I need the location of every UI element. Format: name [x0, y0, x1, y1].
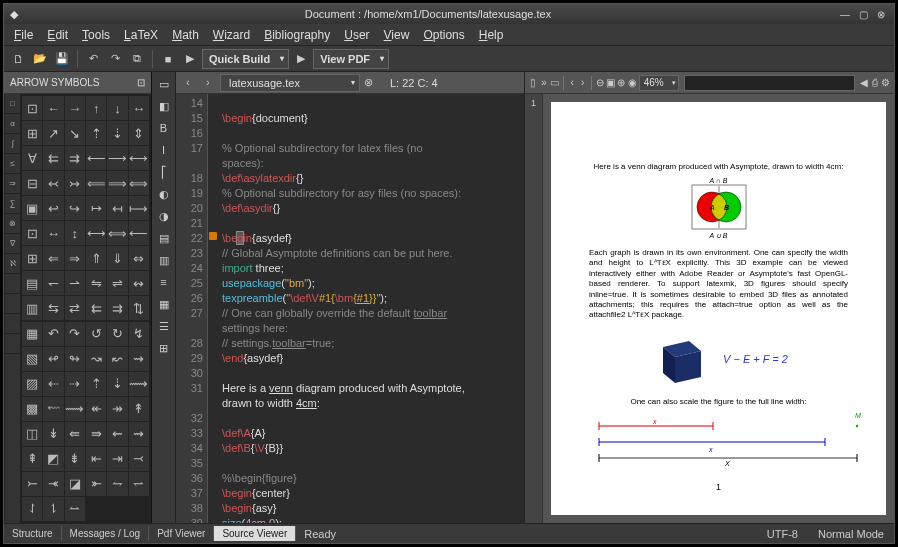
status-tab-structure[interactable]: Structure: [4, 526, 62, 541]
symbol-cell[interactable]: ⇌: [107, 271, 127, 295]
vtool-5[interactable]: ◐: [154, 184, 174, 204]
symbol-cell[interactable]: ↺: [86, 322, 106, 346]
vtool-3[interactable]: I: [154, 140, 174, 160]
symbol-cell[interactable]: ▦: [22, 322, 42, 346]
symbol-cell[interactable]: ⥋: [129, 472, 149, 496]
zoom-out-icon[interactable]: ⊖: [595, 74, 604, 92]
symbol-cell[interactable]: ↗: [43, 121, 63, 145]
symbol-tab-6[interactable]: ⊗: [5, 214, 20, 234]
symbol-cell[interactable]: ⇀: [65, 271, 85, 295]
symbol-cell[interactable]: ⇇: [43, 146, 63, 170]
symbol-cell[interactable]: ⟺: [107, 221, 127, 245]
symbol-cell[interactable]: ⇛: [86, 422, 106, 446]
symbol-cell[interactable]: ⇇: [86, 296, 106, 320]
symbol-cell[interactable]: ⟺: [129, 171, 149, 195]
symbol-tab-0[interactable]: □: [5, 94, 20, 114]
open-icon[interactable]: 📂: [30, 49, 50, 69]
redo-icon[interactable]: ↷: [105, 49, 125, 69]
new-icon[interactable]: 🗋: [8, 49, 28, 69]
code-editor[interactable]: 14151617 18192021222324252627 28293031 3…: [176, 94, 524, 523]
symbols-close-icon[interactable]: ⊡: [137, 77, 145, 88]
symbol-cell[interactable]: ⊞: [22, 246, 42, 270]
close-button[interactable]: ⊗: [874, 7, 888, 21]
menu-bibliography[interactable]: Bibliography: [258, 26, 336, 44]
prev-page-icon[interactable]: ‹: [568, 74, 577, 92]
symbol-cell[interactable]: ⥎: [65, 497, 85, 521]
symbol-cell[interactable]: ⊡: [22, 221, 42, 245]
symbol-cell[interactable]: ↑: [86, 96, 106, 120]
symbol-cell[interactable]: ⇠: [43, 372, 63, 396]
maximize-button[interactable]: ▢: [856, 7, 870, 21]
symbol-cell[interactable]: ⟶: [107, 146, 127, 170]
symbol-cell[interactable]: ↩: [43, 196, 63, 220]
settings-icon[interactable]: ⚙: [881, 74, 890, 92]
symbol-cell[interactable]: ⇢: [65, 372, 85, 396]
symbol-tab-9[interactable]: [5, 274, 20, 294]
status-tab-source-viewer[interactable]: Source Viewer: [214, 526, 296, 541]
symbol-cell[interactable]: ⇝: [129, 347, 149, 371]
symbol-cell[interactable]: ↕: [65, 221, 85, 245]
minimize-button[interactable]: —: [838, 7, 852, 21]
vtool-12[interactable]: ⊞: [154, 338, 174, 358]
symbol-cell[interactable]: ▣: [22, 196, 42, 220]
nav-back-icon[interactable]: ‹: [180, 75, 196, 91]
menu-options[interactable]: Options: [417, 26, 470, 44]
symbol-tab-3[interactable]: ≤: [5, 154, 20, 174]
view-icon[interactable]: ▶: [291, 49, 311, 69]
symbol-cell[interactable]: ↣: [65, 171, 85, 195]
vtool-11[interactable]: ☰: [154, 316, 174, 336]
symbol-cell[interactable]: ▥: [22, 296, 42, 320]
symbol-cell[interactable]: ◫: [22, 422, 42, 446]
symbol-cell[interactable]: ⥊: [107, 472, 127, 496]
symbol-cell[interactable]: ↫: [43, 347, 63, 371]
symbol-cell[interactable]: ↢: [43, 171, 63, 195]
symbol-cell[interactable]: ⇥: [107, 447, 127, 471]
symbol-cell[interactable]: ⇣: [107, 372, 127, 396]
symbol-cell[interactable]: ↶: [43, 322, 63, 346]
symbol-cell[interactable]: ⇜: [107, 422, 127, 446]
fit-icon[interactable]: ▭: [550, 74, 559, 92]
symbol-cell[interactable]: ⟸: [86, 171, 106, 195]
symbol-cell[interactable]: ⤙: [129, 447, 149, 471]
symbol-tab-10[interactable]: [5, 294, 20, 314]
symbol-cell[interactable]: ⇡: [86, 121, 106, 145]
vtool-0[interactable]: ▭: [154, 74, 174, 94]
symbol-cell[interactable]: ⇚: [65, 422, 85, 446]
symbol-cell[interactable]: ⟿: [129, 372, 149, 396]
menu-user[interactable]: User: [338, 26, 375, 44]
menu-file[interactable]: File: [8, 26, 39, 44]
save-icon[interactable]: 💾: [52, 49, 72, 69]
symbol-tab-4[interactable]: ⇒: [5, 174, 20, 194]
vtool-6[interactable]: ◑: [154, 206, 174, 226]
symbol-cell[interactable]: →: [65, 96, 85, 120]
menu-wizard[interactable]: Wizard: [207, 26, 256, 44]
symbol-cell[interactable]: ⇕: [129, 121, 149, 145]
symbol-tab-8[interactable]: ℵ: [5, 254, 20, 274]
symbol-cell[interactable]: ↭: [129, 271, 149, 295]
zoom-in-icon[interactable]: ⊕: [617, 74, 626, 92]
symbol-cell[interactable]: ⇉: [107, 296, 127, 320]
symbol-cell[interactable]: ⥌: [22, 497, 42, 521]
symbol-cell[interactable]: ⇄: [65, 296, 85, 320]
symbol-cell[interactable]: ⇒: [65, 246, 85, 270]
symbol-cell[interactable]: ⇋: [86, 271, 106, 295]
next-page-icon[interactable]: ›: [578, 74, 587, 92]
symbol-cell[interactable]: ⇐: [43, 246, 63, 270]
symbol-cell[interactable]: ⇤: [86, 447, 106, 471]
symbol-cell[interactable]: ◪: [65, 472, 85, 496]
symbol-cell[interactable]: ↞: [86, 397, 106, 421]
symbol-cell[interactable]: ⤚: [22, 472, 42, 496]
symbol-cell[interactable]: ⇓: [107, 246, 127, 270]
menu-math[interactable]: Math: [166, 26, 205, 44]
vtool-8[interactable]: ▥: [154, 250, 174, 270]
symbol-cell[interactable]: ⇡: [86, 372, 106, 396]
symbol-cell[interactable]: ↜: [107, 347, 127, 371]
symbol-tab-2[interactable]: ∫: [5, 134, 20, 154]
symbol-cell[interactable]: ⇟: [65, 447, 85, 471]
symbol-cell[interactable]: ⇅: [129, 296, 149, 320]
symbol-cell[interactable]: ⟵: [86, 146, 106, 170]
print-icon[interactable]: ⎙: [870, 74, 879, 92]
symbol-cell[interactable]: ⇝: [129, 422, 149, 446]
tab-close-icon[interactable]: ⊗: [364, 76, 378, 89]
symbol-cell[interactable]: ⇑: [86, 246, 106, 270]
